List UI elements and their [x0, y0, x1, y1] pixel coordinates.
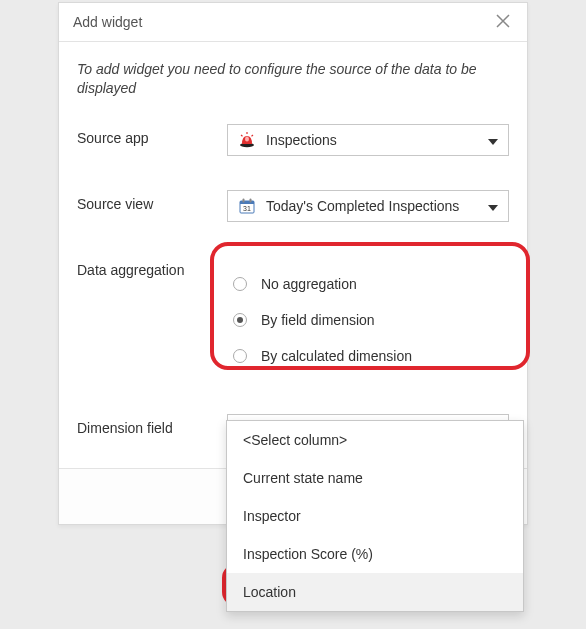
calendar-icon: 31 [238, 197, 256, 215]
radio-icon [233, 277, 247, 291]
option-inspector[interactable]: Inspector [227, 497, 523, 535]
dialog-header: Add widget [59, 3, 527, 42]
radio-label: By calculated dimension [261, 348, 412, 364]
source-app-label: Source app [77, 124, 227, 146]
option-location[interactable]: Location [227, 573, 523, 611]
radio-no-aggregation[interactable]: No aggregation [233, 266, 503, 302]
source-app-dropdown[interactable]: Inspections [227, 124, 509, 156]
source-view-dropdown[interactable]: 31 Today's Completed Inspections [227, 190, 509, 222]
option-current-state-name[interactable]: Current state name [227, 459, 523, 497]
data-aggregation-row: Data aggregation No aggregation By field… [77, 256, 509, 380]
intro-text: To add widget you need to configure the … [77, 60, 509, 98]
dimension-field-options: <Select column> Current state name Inspe… [226, 420, 524, 612]
siren-icon [238, 131, 256, 149]
source-view-row: Source view 31 Today's Completed Inspect… [77, 190, 509, 222]
data-aggregation-radios: No aggregation By field dimension By cal… [227, 256, 509, 380]
radio-label: No aggregation [261, 276, 357, 292]
radio-by-calculated-dimension[interactable]: By calculated dimension [233, 338, 503, 374]
svg-rect-5 [250, 198, 252, 202]
source-view-label: Source view [77, 190, 227, 212]
svg-text:31: 31 [243, 205, 251, 212]
data-aggregation-label: Data aggregation [77, 256, 227, 278]
dialog-body: To add widget you need to configure the … [59, 42, 527, 446]
radio-by-field-dimension[interactable]: By field dimension [233, 302, 503, 338]
option-select-column[interactable]: <Select column> [227, 421, 523, 459]
radio-label: By field dimension [261, 312, 375, 328]
caret-down-icon [488, 132, 498, 148]
option-inspection-score[interactable]: Inspection Score (%) [227, 535, 523, 573]
svg-rect-4 [243, 198, 245, 202]
close-icon[interactable] [495, 13, 513, 31]
source-app-row: Source app Inspections [77, 124, 509, 156]
svg-point-1 [245, 136, 249, 141]
radio-icon [233, 313, 247, 327]
dialog-title: Add widget [73, 14, 142, 30]
source-app-value: Inspections [266, 132, 480, 148]
radio-icon [233, 349, 247, 363]
svg-rect-3 [240, 201, 254, 204]
dimension-field-label: Dimension field [77, 414, 227, 436]
caret-down-icon [488, 198, 498, 214]
source-view-value: Today's Completed Inspections [266, 198, 480, 214]
